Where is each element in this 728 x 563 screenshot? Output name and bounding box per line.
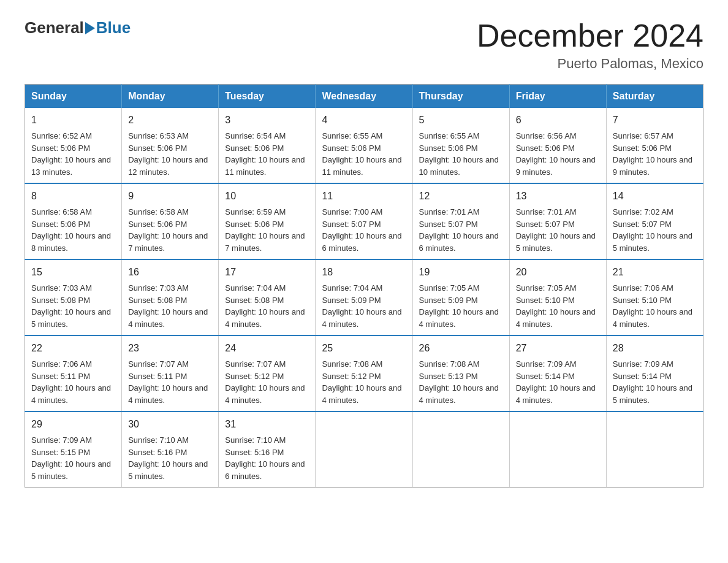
day-info: Sunrise: 7:04 AM Sunset: 5:08 PM Dayligh… — [225, 282, 309, 330]
calendar-cell: 14 Sunrise: 7:02 AM Sunset: 5:07 PM Dayl… — [606, 183, 703, 259]
day-number: 12 — [419, 189, 503, 204]
calendar-cell: 18 Sunrise: 7:04 AM Sunset: 5:09 PM Dayl… — [316, 259, 412, 335]
day-info: Sunrise: 6:53 AM Sunset: 5:06 PM Dayligh… — [128, 130, 212, 178]
day-number: 20 — [516, 265, 600, 280]
day-info: Sunrise: 7:05 AM Sunset: 5:10 PM Dayligh… — [516, 282, 600, 330]
day-number: 11 — [322, 189, 406, 204]
day-info: Sunrise: 6:59 AM Sunset: 5:06 PM Dayligh… — [225, 206, 309, 254]
day-number: 1 — [31, 113, 115, 128]
calendar-cell: 7 Sunrise: 6:57 AM Sunset: 5:06 PM Dayli… — [606, 108, 703, 183]
day-info: Sunrise: 7:03 AM Sunset: 5:08 PM Dayligh… — [31, 282, 115, 330]
weekday-header-wednesday: Wednesday — [316, 85, 412, 109]
calendar-cell: 2 Sunrise: 6:53 AM Sunset: 5:06 PM Dayli… — [122, 108, 219, 183]
day-info: Sunrise: 7:08 AM Sunset: 5:13 PM Dayligh… — [419, 358, 503, 406]
calendar-cell: 3 Sunrise: 6:54 AM Sunset: 5:06 PM Dayli… — [219, 108, 316, 183]
calendar-cell: 27 Sunrise: 7:09 AM Sunset: 5:14 PM Dayl… — [509, 335, 606, 412]
day-number: 18 — [322, 265, 406, 280]
calendar-cell: 23 Sunrise: 7:07 AM Sunset: 5:11 PM Dayl… — [122, 335, 219, 412]
calendar-week-row: 8 Sunrise: 6:58 AM Sunset: 5:06 PM Dayli… — [25, 183, 703, 259]
day-number: 7 — [613, 113, 697, 128]
logo-blue-text: Blue — [96, 18, 131, 37]
day-number: 22 — [31, 341, 115, 356]
day-number: 15 — [31, 265, 115, 280]
calendar-week-row: 22 Sunrise: 7:06 AM Sunset: 5:11 PM Dayl… — [25, 335, 703, 412]
calendar-table: SundayMondayTuesdayWednesdayThursdayFrid… — [25, 84, 703, 488]
calendar-cell: 13 Sunrise: 7:01 AM Sunset: 5:07 PM Dayl… — [509, 183, 606, 259]
day-info: Sunrise: 6:54 AM Sunset: 5:06 PM Dayligh… — [225, 130, 309, 178]
calendar-cell: 22 Sunrise: 7:06 AM Sunset: 5:11 PM Dayl… — [25, 335, 122, 412]
day-number: 30 — [128, 417, 212, 432]
weekday-header-monday: Monday — [122, 85, 219, 109]
calendar-cell: 9 Sunrise: 6:58 AM Sunset: 5:06 PM Dayli… — [122, 183, 219, 259]
day-number: 31 — [225, 417, 309, 432]
calendar-cell: 26 Sunrise: 7:08 AM Sunset: 5:13 PM Dayl… — [412, 335, 509, 412]
day-info: Sunrise: 7:03 AM Sunset: 5:08 PM Dayligh… — [128, 282, 212, 330]
weekday-header-friday: Friday — [509, 85, 606, 109]
day-info: Sunrise: 7:04 AM Sunset: 5:09 PM Dayligh… — [322, 282, 406, 330]
weekday-header-row: SundayMondayTuesdayWednesdayThursdayFrid… — [25, 85, 703, 109]
calendar-cell: 25 Sunrise: 7:08 AM Sunset: 5:12 PM Dayl… — [316, 335, 412, 412]
day-number: 8 — [31, 189, 115, 204]
day-info: Sunrise: 7:00 AM Sunset: 5:07 PM Dayligh… — [322, 206, 406, 254]
weekday-header-thursday: Thursday — [412, 85, 509, 109]
calendar-week-row: 15 Sunrise: 7:03 AM Sunset: 5:08 PM Dayl… — [25, 259, 703, 335]
day-number: 10 — [225, 189, 309, 204]
calendar-cell: 10 Sunrise: 6:59 AM Sunset: 5:06 PM Dayl… — [219, 183, 316, 259]
logo: General Blue — [25, 18, 131, 37]
day-number: 6 — [516, 113, 600, 128]
weekday-header-sunday: Sunday — [25, 85, 122, 109]
calendar-cell: 6 Sunrise: 6:56 AM Sunset: 5:06 PM Dayli… — [509, 108, 606, 183]
day-number: 13 — [516, 189, 600, 204]
day-info: Sunrise: 7:02 AM Sunset: 5:07 PM Dayligh… — [613, 206, 697, 254]
day-info: Sunrise: 6:57 AM Sunset: 5:06 PM Dayligh… — [613, 130, 697, 178]
calendar-cell: 30 Sunrise: 7:10 AM Sunset: 5:16 PM Dayl… — [122, 412, 219, 488]
day-number: 27 — [516, 341, 600, 356]
day-number: 2 — [128, 113, 212, 128]
day-number: 19 — [419, 265, 503, 280]
day-number: 14 — [613, 189, 697, 204]
day-info: Sunrise: 6:55 AM Sunset: 5:06 PM Dayligh… — [419, 130, 503, 178]
day-number: 17 — [225, 265, 309, 280]
calendar-cell: 19 Sunrise: 7:05 AM Sunset: 5:09 PM Dayl… — [412, 259, 509, 335]
day-number: 16 — [128, 265, 212, 280]
day-info: Sunrise: 7:01 AM Sunset: 5:07 PM Dayligh… — [419, 206, 503, 254]
calendar-cell: 24 Sunrise: 7:07 AM Sunset: 5:12 PM Dayl… — [219, 335, 316, 412]
day-number: 23 — [128, 341, 212, 356]
day-number: 9 — [128, 189, 212, 204]
calendar-cell: 11 Sunrise: 7:00 AM Sunset: 5:07 PM Dayl… — [316, 183, 412, 259]
calendar-cell: 20 Sunrise: 7:05 AM Sunset: 5:10 PM Dayl… — [509, 259, 606, 335]
calendar-cell — [316, 412, 412, 488]
day-number: 4 — [322, 113, 406, 128]
title-section: December 2024 Puerto Palomas, Mexico — [477, 18, 703, 72]
day-info: Sunrise: 7:09 AM Sunset: 5:15 PM Dayligh… — [31, 434, 115, 482]
calendar-cell: 17 Sunrise: 7:04 AM Sunset: 5:08 PM Dayl… — [219, 259, 316, 335]
day-number: 21 — [613, 265, 697, 280]
day-info: Sunrise: 7:10 AM Sunset: 5:16 PM Dayligh… — [128, 434, 212, 482]
day-number: 24 — [225, 341, 309, 356]
calendar-week-row: 1 Sunrise: 6:52 AM Sunset: 5:06 PM Dayli… — [25, 108, 703, 183]
day-info: Sunrise: 7:09 AM Sunset: 5:14 PM Dayligh… — [516, 358, 600, 406]
calendar-cell: 31 Sunrise: 7:10 AM Sunset: 5:16 PM Dayl… — [219, 412, 316, 488]
page-header: General Blue December 2024 Puerto Paloma… — [25, 18, 703, 72]
day-info: Sunrise: 7:10 AM Sunset: 5:16 PM Dayligh… — [225, 434, 309, 482]
day-number: 28 — [613, 341, 697, 356]
calendar-cell: 12 Sunrise: 7:01 AM Sunset: 5:07 PM Dayl… — [412, 183, 509, 259]
day-info: Sunrise: 6:58 AM Sunset: 5:06 PM Dayligh… — [128, 206, 212, 254]
day-number: 26 — [419, 341, 503, 356]
calendar-cell — [509, 412, 606, 488]
calendar-cell: 21 Sunrise: 7:06 AM Sunset: 5:10 PM Dayl… — [606, 259, 703, 335]
day-info: Sunrise: 6:52 AM Sunset: 5:06 PM Dayligh… — [31, 130, 115, 178]
calendar-cell — [606, 412, 703, 488]
day-number: 25 — [322, 341, 406, 356]
logo-general-text: General — [25, 18, 84, 37]
day-number: 5 — [419, 113, 503, 128]
calendar-cell — [412, 412, 509, 488]
calendar-cell: 5 Sunrise: 6:55 AM Sunset: 5:06 PM Dayli… — [412, 108, 509, 183]
day-number: 3 — [225, 113, 309, 128]
day-info: Sunrise: 7:07 AM Sunset: 5:11 PM Dayligh… — [128, 358, 212, 406]
calendar-cell: 15 Sunrise: 7:03 AM Sunset: 5:08 PM Dayl… — [25, 259, 122, 335]
day-info: Sunrise: 6:58 AM Sunset: 5:06 PM Dayligh… — [31, 206, 115, 254]
calendar-cell: 8 Sunrise: 6:58 AM Sunset: 5:06 PM Dayli… — [25, 183, 122, 259]
location-title: Puerto Palomas, Mexico — [477, 56, 703, 72]
day-info: Sunrise: 7:01 AM Sunset: 5:07 PM Dayligh… — [516, 206, 600, 254]
